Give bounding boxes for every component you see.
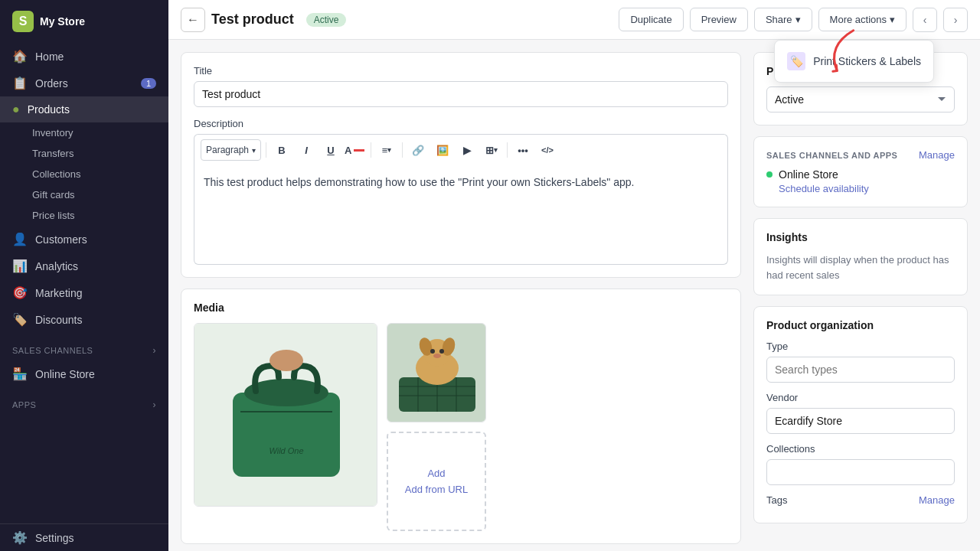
product-status-select[interactable]: Active Draft [766, 86, 955, 112]
source-button[interactable]: </> [537, 139, 558, 161]
sidebar-item-settings[interactable]: ⚙️ Settings [0, 524, 168, 551]
text-color-button[interactable]: A [345, 139, 366, 161]
format-select[interactable]: Paragraph ▾ [201, 139, 261, 161]
sidebar-item-orders[interactable]: 📋 Orders 1 [0, 70, 168, 96]
sidebar-bottom: ⚙️ Settings [0, 523, 168, 551]
link-button[interactable]: 🔗 [407, 139, 429, 161]
apps-section: Apps › [0, 387, 168, 415]
sidebar-item-online-store[interactable]: 🏪 Online Store [0, 360, 168, 387]
tags-manage-link[interactable]: Manage [919, 494, 955, 506]
svg-text:Wild One: Wild One [269, 446, 303, 455]
sidebar-item-label: Orders [35, 77, 68, 90]
add-label: Add [427, 468, 445, 479]
duplicate-button[interactable]: Duplicate [619, 8, 683, 31]
schedule-availability-link[interactable]: Schedule availability [779, 183, 955, 194]
insights-title: Insights [766, 231, 955, 243]
sidebar: S My Store 🏠 Home 📋 Orders 1 ● Products … [0, 0, 168, 551]
products-icon: ● [12, 103, 20, 116]
chevron-down-icon-more: ▾ [890, 14, 895, 25]
vendor-label: Vendor [766, 392, 955, 403]
nav-prev-button[interactable]: ‹ [913, 8, 937, 32]
vendor-input[interactable] [766, 408, 955, 434]
add-from-url-label[interactable]: Add from URL [405, 484, 468, 495]
sidebar-item-discounts[interactable]: 🏷️ Discounts [0, 306, 168, 333]
description-editor[interactable]: This test product helps demonstrating ho… [194, 165, 728, 265]
store-icon: S [12, 11, 34, 32]
online-dot [766, 171, 773, 178]
collections-input[interactable] [766, 459, 955, 485]
product-org-title: Product organization [766, 319, 955, 331]
back-button[interactable]: ← [181, 8, 205, 32]
more-actions-button[interactable]: More actions ▾ [818, 8, 906, 31]
sidebar-item-marketing[interactable]: 🎯 Marketing [0, 279, 168, 306]
status-badge: Active [306, 13, 347, 27]
toolbar-divider-3 [402, 142, 403, 158]
sidebar-item-label: Home [35, 51, 64, 63]
italic-button[interactable]: I [296, 139, 317, 161]
page-title: Test product [211, 11, 294, 28]
share-button[interactable]: Share ▾ [754, 8, 812, 31]
media-card: Media [181, 289, 741, 544]
settings-icon: ⚙️ [12, 530, 28, 545]
sidebar-item-label: Marketing [35, 287, 82, 299]
chevron-down-icon: ▾ [795, 14, 801, 25]
toolbar-divider-2 [371, 142, 371, 158]
media-add-box[interactable]: Add Add from URL [387, 432, 486, 531]
sidebar-item-home[interactable]: 🏠 Home [0, 43, 168, 70]
product-org-card: Product organization Type Vendor Collect… [753, 306, 968, 523]
main-content: ← Test product Active Duplicate Preview … [168, 0, 980, 551]
content-right: Product status Active Draft SALES CHANNE… [753, 52, 968, 539]
type-input[interactable] [766, 357, 955, 383]
image-button[interactable]: 🖼️ [432, 139, 453, 161]
editor-toolbar: Paragraph ▾ B I U A ≡▾ 🔗 🖼️ ▶ ⊞▾ [194, 134, 728, 165]
marketing-icon: 🎯 [12, 285, 28, 300]
sidebar-logo: S My Store [0, 0, 168, 43]
sidebar-item-label: Discounts [35, 314, 82, 326]
sidebar-item-products[interactable]: ● Products [0, 96, 168, 122]
more-actions-dropdown: 🏷️ Print Stickers & Labels [774, 40, 934, 83]
svg-point-17 [430, 349, 435, 354]
media-image-large[interactable]: Wild One [194, 323, 377, 507]
title-input[interactable] [194, 81, 728, 107]
bold-button[interactable]: B [271, 139, 292, 161]
svg-point-5 [270, 350, 303, 371]
topbar: ← Test product Active Duplicate Preview … [168, 0, 980, 40]
preview-button[interactable]: Preview [690, 8, 748, 31]
store-name: My Store [40, 15, 85, 28]
sidebar-item-label: Products [28, 103, 70, 116]
sales-channels-header: SALES CHANNELS AND APPS Manage [766, 149, 955, 161]
sidebar-item-customers[interactable]: 👤 Customers [0, 226, 168, 253]
sales-channels-card: SALES CHANNELS AND APPS Manage Online St… [753, 136, 968, 207]
toolbar-divider-4 [507, 142, 508, 158]
sidebar-item-analytics[interactable]: 📊 Analytics [0, 253, 168, 279]
video-button[interactable]: ▶ [456, 139, 478, 161]
content-left: Title Description Paragraph ▾ B I U A ≡▾ [181, 52, 741, 539]
media-title: Media [194, 302, 728, 314]
online-store-row: Online Store [766, 168, 955, 181]
tags-header: Tags Manage [766, 494, 955, 506]
sidebar-item-label: Settings [35, 532, 74, 544]
sidebar-sub-gift-cards[interactable]: Gift cards [0, 184, 168, 205]
more-formats-button[interactable]: ••• [512, 139, 534, 161]
sidebar-sub-transfers[interactable]: Transfers [0, 143, 168, 164]
type-label: Type [766, 341, 955, 352]
table-button[interactable]: ⊞▾ [481, 139, 502, 161]
media-grid: Wild One [194, 323, 728, 531]
nav-next-button[interactable]: › [943, 8, 968, 32]
print-stickers-item[interactable]: 🏷️ Print Stickers & Labels [775, 45, 933, 77]
sidebar-item-label: Analytics [35, 260, 78, 272]
align-button[interactable]: ≡▾ [376, 139, 397, 161]
title-label: Title [194, 65, 728, 77]
media-image-small[interactable] [387, 323, 486, 422]
home-icon: 🏠 [12, 49, 28, 64]
sidebar-sub-price-lists[interactable]: Price lists [0, 205, 168, 226]
content-area: Title Description Paragraph ▾ B I U A ≡▾ [168, 40, 980, 551]
sales-channels-section: Sales channels › [0, 333, 168, 360]
orders-badge: 1 [141, 78, 156, 89]
chevron-right-icon: › [153, 345, 157, 356]
svg-point-19 [433, 354, 441, 358]
sales-channels-manage-link[interactable]: Manage [919, 149, 955, 161]
sidebar-sub-collections[interactable]: Collections [0, 164, 168, 184]
underline-button[interactable]: U [320, 139, 341, 161]
sidebar-sub-inventory[interactable]: Inventory [0, 122, 168, 143]
